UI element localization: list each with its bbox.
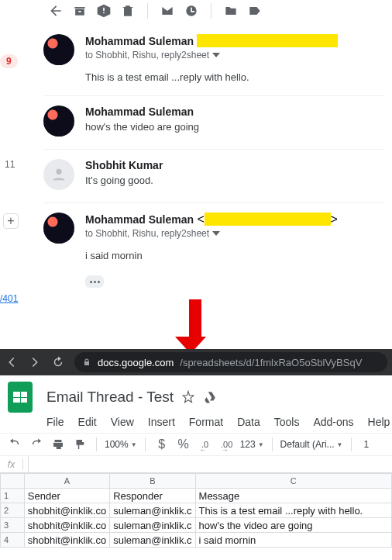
table-row[interactable]: 4 shobhit@inklik.cosuleman@inklik.ci sai…	[1, 533, 392, 548]
col-header[interactable]: B	[110, 474, 195, 489]
sheets-pane: Email Thread - Test File Edit View Inser…	[0, 375, 392, 560]
url-path: /spreadsheets/d/1fmlxRaO5oSblVyBSqV	[180, 357, 362, 368]
message-item[interactable]: so tv Mohammad Suleman <suleman@inklik.c…	[43, 203, 384, 300]
format-123-dropdown[interactable]: 123▼	[240, 439, 264, 450]
back-icon[interactable]	[48, 3, 64, 19]
sender-name: Mohammad Suleman	[85, 35, 194, 47]
message-body: how's the video are going	[85, 121, 384, 133]
undo-icon[interactable]	[6, 436, 23, 453]
archive-icon[interactable]	[72, 3, 88, 19]
sender-name: Mohammad Suleman	[85, 213, 194, 226]
menu-file[interactable]: File	[46, 416, 64, 428]
menu-insert[interactable]: Insert	[148, 416, 175, 428]
sender-email-redacted: <suleman@inklik.com>	[197, 34, 337, 47]
sender-email-redacted: suleman@inklik.com	[205, 213, 331, 226]
url-host: docs.google.com	[98, 357, 174, 368]
leftrail-link[interactable]: /401	[0, 293, 18, 304]
font-dropdown[interactable]: Default (Ari...▼	[280, 439, 343, 450]
sheets-toolbar: 100%▼ $ % .0← .00→ 123▼ Default (Ari...▼…	[0, 433, 392, 456]
message-item[interactable]: Shobhit Kumar It's going good.	[43, 150, 384, 203]
menu-bar: File Edit View Insert Format Data Tools …	[0, 416, 392, 433]
sender-name: Shobhit Kumar	[85, 159, 384, 171]
star-icon[interactable]	[181, 390, 195, 404]
leftrail-count: 11	[5, 159, 15, 170]
col-header[interactable]: C	[195, 474, 391, 489]
menu-data[interactable]: Data	[237, 416, 260, 428]
table-row[interactable]: 1 SenderResponderMessage	[1, 489, 392, 503]
col-header[interactable]: A	[24, 474, 109, 489]
print-icon[interactable]	[50, 436, 67, 453]
toolbar-divider	[147, 3, 148, 19]
avatar: so tv	[43, 213, 74, 244]
redo-icon[interactable]	[28, 436, 45, 453]
unread-icon[interactable]	[160, 3, 175, 19]
avatar: so tv	[43, 105, 74, 137]
currency-icon[interactable]: $	[153, 436, 170, 453]
doc-title[interactable]: Email Thread - Test	[46, 389, 174, 406]
recipients-line[interactable]: to Shobhit, Rishu, reply2sheet	[85, 228, 384, 239]
snooze-icon[interactable]	[184, 3, 199, 19]
menu-format[interactable]: Format	[189, 416, 223, 428]
leftrail-badge[interactable]: 9	[0, 54, 18, 68]
browser-toolbar: docs.google.com/spreadsheets/d/1fmlxRaO5…	[0, 349, 392, 375]
moveto-icon[interactable]	[223, 3, 239, 19]
table-row[interactable]: 2 shobhit@inklik.cosuleman@inklik.cThis …	[1, 503, 392, 518]
message-body: i said mornin	[85, 250, 384, 261]
dec-decrease-icon[interactable]: .0←	[197, 436, 214, 453]
corner-cell[interactable]	[1, 474, 25, 489]
menu-view[interactable]: View	[111, 416, 134, 428]
menu-addons[interactable]: Add-ons	[313, 416, 353, 428]
svg-point-1	[56, 169, 61, 175]
browser-reload-icon[interactable]	[51, 355, 65, 369]
recipients-line[interactable]: to Shobhit, Rishu, reply2sheet	[85, 50, 384, 60]
sender-name: Mohammad Suleman	[85, 105, 384, 118]
zoom-dropdown[interactable]: 100%▼	[105, 439, 137, 450]
message-body: It's going good.	[85, 175, 384, 186]
avatar	[43, 159, 74, 190]
show-trimmed-icon[interactable]	[85, 275, 104, 288]
fx-label: fx	[0, 459, 23, 470]
spam-icon[interactable]	[96, 3, 112, 19]
percent-icon[interactable]: %	[175, 436, 192, 453]
menu-edit[interactable]: Edit	[78, 416, 97, 428]
gmail-pane: 9 11 + /401 so tv Mohammad Suleman <sule…	[0, 0, 392, 300]
toolbar-divider	[211, 3, 211, 19]
table-row[interactable]: 3 shobhit@inklik.cosuleman@inklik.chow's…	[1, 518, 392, 533]
lock-icon	[82, 358, 91, 367]
formula-bar[interactable]: fx	[0, 456, 392, 473]
leftrail-plus[interactable]: +	[3, 213, 19, 229]
trash-icon[interactable]	[120, 3, 136, 19]
browser-forward-icon[interactable]	[28, 355, 42, 369]
font-size[interactable]: 1	[364, 439, 370, 450]
menu-tools[interactable]: Tools	[274, 416, 300, 428]
message-list: so tv Mohammad Suleman <suleman@inklik.c…	[0, 25, 392, 300]
message-body: This is a test email ...reply with hello…	[85, 71, 384, 83]
drive-icon[interactable]	[203, 390, 217, 404]
spreadsheet-grid[interactable]: A B C 1 SenderResponderMessage 2 shobhit…	[0, 473, 392, 548]
gmail-toolbar	[0, 0, 392, 25]
message-item[interactable]: so tv Mohammad Suleman <suleman@inklik.c…	[43, 25, 384, 96]
browser-back-icon[interactable]	[5, 355, 19, 369]
avatar: so tv	[43, 34, 74, 65]
paintformat-icon[interactable]	[71, 436, 88, 453]
message-item[interactable]: so tv Mohammad Suleman how's the video a…	[43, 96, 384, 150]
arrow-annotation	[184, 299, 206, 354]
dec-increase-icon[interactable]: .00→	[218, 436, 236, 453]
label-icon[interactable]	[247, 3, 263, 19]
sheets-logo-icon[interactable]	[8, 382, 33, 413]
menu-help[interactable]: Help	[368, 416, 390, 428]
omnibox[interactable]: docs.google.com/spreadsheets/d/1fmlxRaO5…	[74, 352, 387, 372]
